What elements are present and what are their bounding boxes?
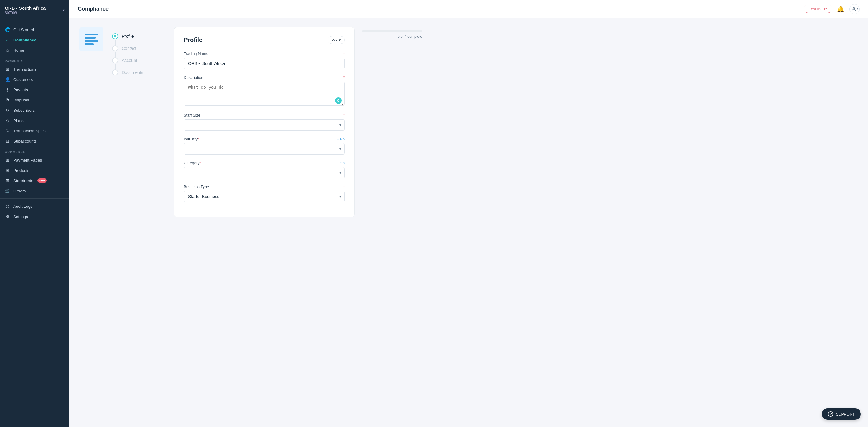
industry-select[interactable]	[184, 143, 345, 154]
form-panel: Profile ZA ▾ Trading Name* Description*	[174, 27, 355, 217]
step-label-documents: Documents	[122, 70, 143, 75]
notification-icon[interactable]: 🔔	[837, 5, 844, 13]
trading-name-input[interactable]	[184, 58, 345, 69]
business-type-select[interactable]: Starter Business Registered Business	[184, 191, 345, 202]
category-select[interactable]	[184, 167, 345, 178]
sidebar-item-label: Compliance	[13, 38, 36, 42]
sidebar-item-label: Settings	[13, 215, 28, 219]
sidebar-item-label: Plans	[13, 118, 24, 123]
brand-switcher[interactable]: ORB - South Africa 607908 ▾	[0, 0, 69, 21]
doc-line-1	[85, 33, 98, 35]
sidebar-item-orders[interactable]: 🛒 Orders	[0, 186, 69, 196]
sidebar-item-label: Get Started	[13, 27, 34, 32]
sidebar-item-label: Subscribers	[13, 108, 35, 113]
payments-section-label: PAYMENTS	[0, 55, 69, 64]
support-icon: ?	[828, 411, 833, 417]
step-label-account: Account	[122, 58, 137, 63]
sidebar-item-label: Payouts	[13, 88, 28, 92]
test-mode-button[interactable]: Test Mode	[804, 5, 832, 13]
steps-panel: Profile Contact Account Documents	[112, 27, 166, 79]
step-circle-profile	[112, 33, 118, 39]
staff-size-select-wrapper: 1-10 11-50 51-200 200+ ▾	[184, 119, 345, 131]
step-label-profile: Profile	[122, 34, 134, 39]
sidebar-item-audit-logs[interactable]: ◎ Audit Logs	[0, 201, 69, 211]
category-help-link[interactable]: Help	[337, 161, 345, 165]
step-account[interactable]: Account	[112, 54, 166, 66]
sidebar-item-storefronts[interactable]: ⊞ Storefronts New	[0, 175, 69, 186]
sidebar-item-products[interactable]: ⊞ Products	[0, 165, 69, 175]
staff-size-select[interactable]: 1-10 11-50 51-200 200+	[184, 119, 345, 131]
globe-icon: 🌐	[5, 27, 10, 32]
sidebar-item-home[interactable]: ⌂ Home	[0, 45, 69, 55]
step-profile[interactable]: Profile	[112, 30, 166, 42]
sidebar-item-compliance[interactable]: ✓ Compliance	[0, 35, 69, 45]
trading-name-label: Trading Name*	[184, 51, 345, 56]
sidebar-item-customers[interactable]: 👤 Customers	[0, 74, 69, 85]
category-select-wrapper: ▾	[184, 167, 345, 178]
topbar: Compliance Test Mode 🔔 ▾	[69, 0, 868, 18]
compliance-icon-graphic	[79, 27, 103, 51]
storefronts-icon: ⊞	[5, 178, 10, 183]
trading-name-group: Trading Name*	[184, 51, 345, 69]
doc-line-4	[85, 44, 94, 45]
doc-line-3	[85, 40, 98, 42]
support-button[interactable]: ? SUPPORT	[822, 408, 861, 420]
sidebar-item-label: Transactions	[13, 67, 36, 72]
customers-icon: 👤	[5, 77, 10, 82]
sidebar-item-get-started[interactable]: 🌐 Get Started	[0, 25, 69, 35]
sidebar-item-transactions[interactable]: ⊞ Transactions	[0, 64, 69, 74]
sidebar-item-transaction-splits[interactable]: ⇅ Transaction Splits	[0, 125, 69, 136]
settings-icon: ⚙	[5, 214, 10, 219]
country-code: ZA	[332, 38, 337, 42]
sidebar-item-payouts[interactable]: ◎ Payouts	[0, 85, 69, 95]
compliance-icon: ✓	[5, 37, 10, 42]
form-header: Profile ZA ▾	[184, 36, 345, 44]
brand-chevron-icon: ▾	[63, 8, 65, 12]
sidebar-item-label: Audit Logs	[13, 204, 33, 209]
sidebar-item-subaccounts[interactable]: ⊟ Subaccounts	[0, 136, 69, 146]
business-type-select-wrapper: Starter Business Registered Business ▾	[184, 191, 345, 202]
business-type-label: Business Type*	[184, 184, 345, 189]
user-dropdown-icon: ▾	[857, 7, 858, 10]
sidebar-item-plans[interactable]: ◇ Plans	[0, 115, 69, 125]
sidebar-item-subscribers[interactable]: ↺ Subscribers	[0, 105, 69, 115]
step-documents[interactable]: Documents	[112, 66, 166, 79]
staff-size-label: Staff Size*	[184, 113, 345, 117]
new-badge: New	[37, 178, 47, 183]
sidebar-navigation: 🌐 Get Started ✓ Compliance ⌂ Home PAYMEN…	[0, 21, 69, 427]
sidebar-item-label: Transaction Splits	[13, 129, 45, 133]
sidebar-item-payment-pages[interactable]: ⊞ Payment Pages	[0, 155, 69, 165]
step-circle-contact	[112, 45, 118, 51]
subscribers-icon: ↺	[5, 108, 10, 113]
brand-id: 607908	[5, 11, 45, 15]
sidebar-item-settings[interactable]: ⚙ Settings	[0, 211, 69, 222]
sidebar-item-label: Products	[13, 168, 29, 173]
page-title: Compliance	[78, 6, 108, 12]
description-label: Description*	[184, 75, 345, 80]
products-icon: ⊞	[5, 168, 10, 173]
step-contact[interactable]: Contact	[112, 42, 166, 54]
sidebar: ORB - South Africa 607908 ▾ 🌐 Get Starte…	[0, 0, 69, 427]
step-circle-account	[112, 57, 118, 63]
disputes-icon: ⚑	[5, 97, 10, 103]
right-panel: 0 of 4 complete	[362, 27, 422, 39]
category-label: Category* Help	[184, 161, 345, 165]
svg-point-0	[853, 7, 855, 9]
industry-group: Industry* Help ▾	[184, 137, 345, 154]
doc-lines	[85, 33, 98, 45]
plans-icon: ◇	[5, 118, 10, 123]
sidebar-item-disputes[interactable]: ⚑ Disputes	[0, 95, 69, 105]
step-label-contact: Contact	[122, 46, 136, 51]
left-panel	[78, 27, 105, 51]
doc-line-2	[85, 37, 96, 39]
subaccounts-icon: ⊟	[5, 139, 10, 143]
sidebar-item-label: Subaccounts	[13, 139, 37, 143]
payment-pages-icon: ⊞	[5, 158, 10, 163]
sidebar-item-label: Home	[13, 48, 24, 53]
category-group: Category* Help ▾	[184, 161, 345, 178]
user-avatar[interactable]: ▾	[849, 4, 860, 14]
description-textarea[interactable]	[184, 82, 345, 106]
sidebar-item-label: Customers	[13, 77, 33, 82]
country-selector[interactable]: ZA ▾	[328, 36, 345, 44]
industry-help-link[interactable]: Help	[337, 137, 345, 141]
